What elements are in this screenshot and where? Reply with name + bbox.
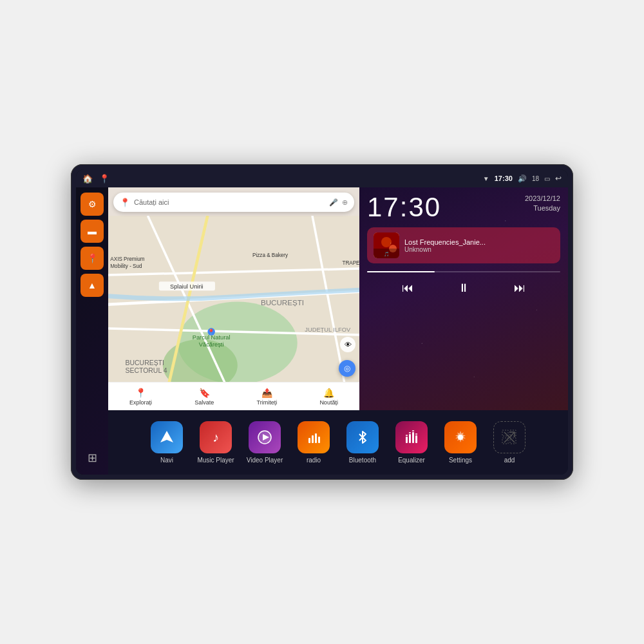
saved-icon: 🔖 <box>199 388 210 398</box>
battery-level: 18 <box>532 175 539 182</box>
progress-bar-fill <box>367 271 435 272</box>
map-svg-area: Splaiul Unirii AXIS Premium Mobility - S… <box>108 216 359 410</box>
music-info: Lost Frequencies_Janie... Unknown <box>404 238 554 253</box>
svg-text:BUCUREȘTI: BUCUREȘTI <box>261 298 304 307</box>
folder-icon: ▬ <box>88 226 97 236</box>
music-icon-bg: ♪ <box>200 421 232 453</box>
map-pin-icon: 📍 <box>120 198 130 207</box>
battery-icon: ▭ <box>544 175 550 182</box>
music-card[interactable]: 🎵 Lost Frequencies_Janie... Unknown <box>367 227 560 263</box>
news-label: Noutăți <box>319 399 338 406</box>
equalizer-icon-bg <box>395 421 428 453</box>
music-title: Lost Frequencies_Janie... <box>404 238 554 246</box>
navi-label: Navi <box>160 457 173 464</box>
app-music[interactable]: ♪ Music Player <box>196 421 235 464</box>
app-add[interactable]: add <box>490 421 529 464</box>
svg-text:🎵: 🎵 <box>384 251 390 257</box>
prev-button[interactable]: ⏮ <box>395 279 420 298</box>
svg-rect-38 <box>406 437 408 443</box>
navi-icon-bg <box>151 421 183 453</box>
svg-text:Pizza & Bakery: Pizza & Bakery <box>252 252 289 258</box>
svg-rect-40 <box>412 432 414 443</box>
sidebar-folder-btn[interactable]: ▬ <box>80 220 104 243</box>
svg-rect-37 <box>318 437 320 443</box>
svg-text:SECTORUL 4: SECTORUL 4 <box>126 367 167 374</box>
map-news-item[interactable]: 🔔 Noutăți <box>319 388 338 406</box>
news-icon: 🔔 <box>323 388 334 398</box>
wifi-icon: ▼ <box>483 175 489 182</box>
clock-date-area: 2023/12/12 Tuesday <box>525 194 560 214</box>
app-settings[interactable]: Settings <box>441 421 480 464</box>
sidebar-nav-btn[interactable]: ▲ <box>80 274 104 297</box>
saved-label: Salvate <box>194 399 214 406</box>
map-search-text: Căutați aici <box>134 198 325 206</box>
svg-point-26 <box>381 237 392 247</box>
home-icon[interactable]: 🏠 <box>82 174 93 184</box>
svg-rect-35 <box>312 435 314 443</box>
svg-text:Mobility - Sud: Mobility - Sud <box>110 263 142 269</box>
sidebar-map-btn[interactable]: 📍 <box>80 247 104 270</box>
map-icon: 📍 <box>87 253 98 263</box>
share-icon: 📤 <box>261 388 272 398</box>
svg-text:📍: 📍 <box>207 328 215 336</box>
explore-icon: 📍 <box>135 388 146 398</box>
top-section: 📍 Căutați aici 🎤 ⊕ <box>108 187 568 410</box>
info-panel: 17:30 2023/12/12 Tuesday <box>359 187 568 410</box>
sidebar: ⚙ ▬ 📍 ▲ ⊞ <box>76 187 108 475</box>
status-time: 17:30 <box>495 175 513 182</box>
map-search-bar[interactable]: 📍 Căutați aici 🎤 ⊕ <box>113 193 354 212</box>
microphone-icon[interactable]: 🎤 <box>329 198 338 207</box>
bluetooth-icon-bg <box>346 421 379 453</box>
device-frame: 🏠 📍 ▼ 17:30 🔊 18 ▭ ↩ ⚙ ▬ <box>71 164 573 480</box>
map-saved-item[interactable]: 🔖 Salvate <box>194 388 214 406</box>
map-share-item[interactable]: 📤 Trimiteți <box>257 388 278 406</box>
svg-text:TRAPE...: TRAPE... <box>342 260 359 266</box>
svg-rect-34 <box>308 438 310 443</box>
clock-day: Tuesday <box>525 204 560 213</box>
settings-label: Settings <box>449 457 472 464</box>
clock-time: 17:30 <box>367 194 441 221</box>
sidebar-settings-btn[interactable]: ⚙ <box>80 193 104 216</box>
add-icon-bg <box>493 421 526 453</box>
svg-text:Văcărești: Văcărești <box>199 341 224 348</box>
layers-icon[interactable]: ⊕ <box>342 198 348 207</box>
svg-text:AXIS Premium: AXIS Premium <box>110 256 145 262</box>
map-location-fab[interactable]: ◎ <box>339 360 355 377</box>
svg-rect-41 <box>415 435 417 443</box>
map-panel: 📍 Căutați aici 🎤 ⊕ <box>108 187 359 410</box>
app-equalizer[interactable]: Equalizer <box>392 421 431 464</box>
video-label: Video Player <box>247 457 283 464</box>
equalizer-label: Equalizer <box>398 457 425 464</box>
clock-section: 17:30 2023/12/12 Tuesday <box>367 194 560 221</box>
back-icon[interactable]: ↩ <box>555 174 562 183</box>
app-bluetooth[interactable]: Bluetooth <box>343 421 382 464</box>
add-label: add <box>504 457 515 464</box>
radio-icon-bg <box>298 421 330 453</box>
navigation-icon: ▲ <box>88 280 97 290</box>
bluetooth-label: Bluetooth <box>349 457 376 464</box>
sidebar-apps-btn[interactable]: ⊞ <box>80 446 104 469</box>
next-button[interactable]: ⏭ <box>507 279 532 298</box>
app-radio[interactable]: radio <box>294 421 333 464</box>
status-left-icons: 🏠 📍 <box>82 174 109 184</box>
device-screen: 🏠 📍 ▼ 17:30 🔊 18 ▭ ↩ ⚙ ▬ <box>76 169 568 475</box>
app-navi[interactable]: Navi <box>147 421 186 464</box>
radio-label: radio <box>307 457 321 464</box>
map-bottom-bar: 📍 Explorați 🔖 Salvate 📤 Trimiteți <box>108 382 359 410</box>
explore-label: Explorați <box>129 399 152 406</box>
progress-bar[interactable] <box>367 271 560 272</box>
grid-icon: ⊞ <box>88 451 97 465</box>
gear-icon: ⚙ <box>88 199 97 209</box>
volume-icon: 🔊 <box>518 175 527 183</box>
status-bar: 🏠 📍 ▼ 17:30 🔊 18 ▭ ↩ <box>76 169 568 187</box>
map-eye-btn[interactable]: 👁 <box>340 337 355 352</box>
crosshair-icon: ◎ <box>344 364 350 373</box>
app-video[interactable]: Video Player <box>245 421 284 464</box>
location-icon[interactable]: 📍 <box>99 174 109 184</box>
svg-rect-36 <box>315 433 317 443</box>
svg-marker-30 <box>160 431 173 442</box>
map-explore-item[interactable]: 📍 Explorați <box>129 388 152 406</box>
pause-button[interactable]: ⏸ <box>451 279 476 298</box>
content-area: 📍 Căutați aici 🎤 ⊕ <box>108 187 568 475</box>
settings-icon-bg <box>444 421 477 453</box>
